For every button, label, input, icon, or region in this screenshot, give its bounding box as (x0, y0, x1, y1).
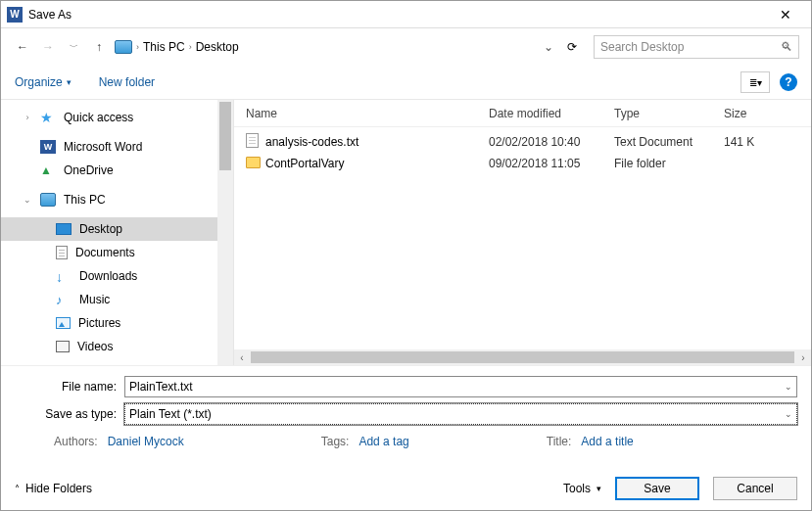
search-input[interactable]: Search Desktop 🔍︎ (594, 35, 799, 59)
saveastype-select[interactable]: Plain Text (*.txt) ⌄ (124, 403, 797, 425)
filename-label: File name: (15, 380, 124, 394)
tags-value[interactable]: Add a tag (358, 435, 408, 448)
close-button[interactable]: ✕ (766, 7, 805, 23)
view-icon: ≣▾ (749, 77, 762, 88)
scrollbar-thumb[interactable] (219, 102, 231, 170)
tree-item-downloads[interactable]: ↓Downloads (1, 264, 233, 288)
scroll-left-icon[interactable]: ‹ (234, 352, 250, 363)
tree-item-pictures[interactable]: Pictures (1, 311, 233, 335)
text-file-icon (246, 133, 259, 148)
breadcrumb-desktop[interactable]: Desktop (196, 40, 239, 54)
tree-item-music[interactable]: ♪Music (1, 288, 233, 311)
chevron-up-icon: ˄ (15, 484, 20, 494)
forward-button[interactable]: → (38, 37, 58, 57)
file-list: Name Date modified Type Size analysis-co… (234, 100, 811, 365)
chevron-right-icon: › (189, 42, 192, 52)
view-options-button[interactable]: ≣▾ (740, 71, 770, 93)
column-date[interactable]: Date modified (489, 107, 614, 120)
horizontal-scrollbar[interactable]: ‹ › (234, 349, 811, 365)
word-app-icon: W (7, 7, 23, 23)
address-dropdown[interactable]: ⌄ (541, 40, 556, 54)
scroll-right-icon[interactable]: › (795, 352, 811, 363)
chevron-right-icon: › (136, 42, 139, 52)
tree-item-documents[interactable]: Documents (1, 241, 233, 264)
back-button[interactable]: ← (13, 37, 32, 57)
column-type[interactable]: Type (614, 107, 724, 120)
tree-item-onedrive[interactable]: ▲OneDrive (1, 159, 233, 182)
authors-label: Authors: (54, 435, 98, 448)
chevron-down-icon[interactable]: ⌄ (785, 409, 792, 419)
tree-item-microsoft-word[interactable]: WMicrosoft Word (1, 135, 233, 159)
save-button[interactable]: Save (615, 477, 699, 500)
column-size[interactable]: Size (724, 107, 811, 120)
new-folder-button[interactable]: New folder (99, 75, 155, 89)
chevron-down-icon[interactable]: ⌄ (785, 382, 792, 392)
hide-folders-button[interactable]: ˄ Hide Folders (15, 482, 92, 495)
authors-value[interactable]: Daniel Mycock (108, 435, 184, 448)
navigation-tree: ›★Quick accessWMicrosoft Word▲OneDrive⌄T… (1, 100, 234, 365)
file-row[interactable]: ContPortalVary09/02/2018 11:05File folde… (234, 153, 811, 174)
filename-input[interactable]: PlainText.txt ⌄ (124, 376, 797, 397)
tree-item-videos[interactable]: Videos (1, 335, 233, 358)
help-button[interactable]: ? (780, 73, 797, 91)
saveastype-label: Save as type: (15, 407, 124, 421)
recent-dropdown[interactable]: ﹀ (64, 37, 83, 57)
tree-item-desktop[interactable]: Desktop (1, 217, 233, 241)
tree-item-this-pc[interactable]: ⌄This PC (1, 188, 233, 211)
title-label: Title: (547, 435, 572, 448)
search-icon: 🔍︎ (781, 40, 792, 54)
tree-item-quick-access[interactable]: ›★Quick access (1, 106, 233, 129)
scrollbar-thumb[interactable] (251, 351, 794, 363)
tags-label: Tags: (321, 435, 350, 448)
refresh-button[interactable]: ⟳ (562, 40, 582, 54)
chevron-down-icon: ▾ (597, 484, 601, 493)
search-placeholder: Search Desktop (600, 40, 684, 54)
address-bar[interactable]: › This PC › Desktop ⌄ (115, 40, 556, 54)
monitor-icon (115, 40, 132, 54)
organize-menu[interactable]: Organize ▾ (15, 75, 72, 89)
title-value[interactable]: Add a title (581, 435, 633, 448)
tools-menu[interactable]: Tools ▾ (563, 482, 601, 495)
cancel-button[interactable]: Cancel (713, 477, 797, 500)
file-row[interactable]: analysis-codes.txt02/02/2018 10:40Text D… (234, 131, 811, 153)
column-name[interactable]: Name (246, 107, 489, 120)
chevron-down-icon: ▾ (67, 77, 72, 87)
breadcrumb-this-pc[interactable]: This PC (143, 40, 185, 54)
up-button[interactable]: ↑ (89, 37, 109, 57)
window-title: Save As (28, 8, 766, 22)
sidebar-scrollbar[interactable] (217, 100, 233, 365)
folder-icon (246, 157, 261, 168)
